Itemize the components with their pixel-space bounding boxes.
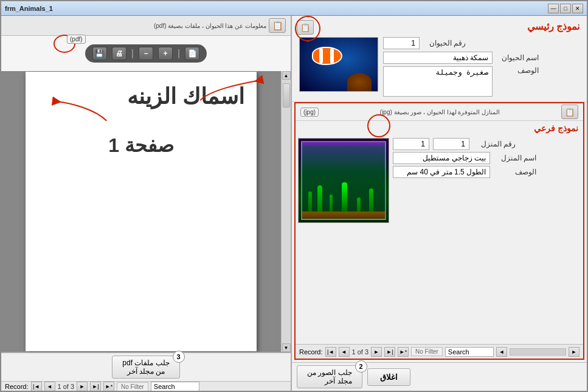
main-export-icon: 📋 — [300, 23, 310, 32]
pdf-annotation-label: (pdf) — [67, 35, 86, 44]
sub-scroll-left[interactable]: ◄ — [496, 347, 507, 357]
window-title: frm_Animals_1 — [5, 5, 53, 12]
sub-field-input-id2[interactable] — [433, 138, 469, 150]
no-filter-badge-left: No Filter — [117, 382, 148, 391]
sub-field-row-name: اسم المنزل — [393, 152, 581, 164]
title-bar-buttons: — □ ✕ — [548, 4, 583, 13]
field-row-name: اسم الحيوان — [383, 52, 579, 64]
pdf-page-number: صفحة 1 — [108, 134, 174, 157]
record-prev-left[interactable]: ◄ — [44, 382, 55, 391]
title-bar: frm_Animals_1 — □ ✕ — [1, 1, 587, 16]
sub-field-input-name[interactable] — [393, 152, 490, 164]
fish-body — [312, 47, 342, 65]
pdf-divider: | — [131, 48, 134, 59]
sub-scroll-right[interactable]: ► — [569, 347, 579, 357]
sub-form-content: رقم المنزل اسم المنزل الوصف — [296, 136, 583, 344]
fish-image-area: 📋 — [299, 37, 378, 92]
sub-export-button[interactable]: 📋 — [561, 105, 578, 119]
left-bottom: جلب ملفات pdf من مجلد آخر 3 Record: |◄ ◄… — [1, 352, 291, 391]
field-input-id[interactable] — [383, 37, 420, 49]
aquarium-glass — [301, 141, 386, 220]
close-button[interactable]: ✕ — [572, 4, 583, 13]
images-btn-line1: جلب الصور من — [307, 368, 352, 377]
sub-form-header: 📋 المنازل المتوفرة لهذا الحيوان ، صور بص… — [296, 103, 583, 121]
sub-no-filter-badge: No Filter — [411, 347, 443, 356]
record-first-left[interactable]: |◄ — [31, 382, 42, 391]
pdf-print-button[interactable]: 🖨 — [112, 47, 126, 60]
pdf-count-badge: 3 — [173, 351, 185, 363]
images-fetch-button[interactable]: جلب الصور من مجلد آخر — [297, 365, 362, 388]
field-row-desc: الوصف صغيرة وجميلة — [383, 66, 579, 97]
record-position-left: 1 of 3 — [58, 383, 75, 390]
search-input-right[interactable] — [445, 347, 494, 357]
pdf-zoom-out-button[interactable]: − — [139, 47, 153, 60]
sub-scrollbar-track[interactable] — [510, 348, 566, 356]
scroll-thumb[interactable] — [283, 83, 290, 108]
left-record-bar: Record: |◄ ◄ 1 of 3 ► ►| ►* No Filter — [1, 381, 291, 391]
record-label-left: Record: — [5, 383, 29, 390]
content-area: معلومات عن هذا الحيوان ، ملفات بصيغة (pd… — [1, 16, 587, 391]
record-next-left[interactable]: ► — [77, 382, 88, 391]
fish-image — [299, 37, 378, 92]
pdf-toolbar: معلومات عن هذا الحيوان ، ملفات بصيغة (pd… — [1, 16, 291, 36]
scroll-down-arrow[interactable]: ▼ — [282, 343, 291, 352]
sub-field-row-id: رقم المنزل — [393, 138, 581, 150]
aquarium-gravel — [302, 211, 385, 219]
scroll-up-arrow[interactable]: ▲ — [282, 71, 291, 80]
pdf-zoom-in-button[interactable]: + — [158, 47, 173, 60]
pdf-fetch-btn-container: جلب ملفات pdf من مجلد آخر 3 — [112, 356, 179, 379]
pdf-viewer: اسماك الزينه صفحة 1 — [1, 71, 281, 352]
close-button-main[interactable]: اغلاق — [367, 368, 410, 386]
images-fetch-btn-container: جلب الصور من مجلد آخر 2 — [297, 365, 362, 388]
sub-form-label: المنازل المتوفرة لهذا الحيوان ، صور بصيغ… — [380, 109, 500, 115]
sub-field-input-id1[interactable] — [393, 138, 429, 150]
field-row-id: رقم الحيوان — [383, 37, 579, 49]
sub-form: 📋 المنازل المتوفرة لهذا الحيوان ، صور بص… — [294, 102, 584, 360]
field-label-desc: الوصف — [496, 66, 539, 75]
pdf-save-button[interactable]: 💾 — [92, 47, 107, 60]
main-form-title: نموذج رئيسي — [299, 21, 579, 32]
sub-record-bar: Record: |◄ ◄ 1 of 3 ► ►| ►* No Filter ◄ … — [296, 344, 583, 359]
search-input-left[interactable] — [151, 382, 199, 391]
sub-record-first[interactable]: |◄ — [325, 347, 336, 357]
sub-record-next[interactable]: ► — [371, 347, 382, 357]
sub-record-prev[interactable]: ◄ — [339, 347, 350, 357]
sub-record-new[interactable]: ►* — [398, 347, 409, 357]
fish-anemone — [347, 73, 372, 91]
aquarium-image-area — [298, 138, 389, 342]
pdf-export-icon: 📋 — [272, 21, 283, 30]
main-form-fields: رقم الحيوان اسم الحيوان الوصف صغيرة وجمي… — [383, 37, 579, 97]
sub-record-label: Record: — [299, 348, 323, 356]
sub-record-last[interactable]: ►| — [384, 347, 395, 357]
pdf-doc-button[interactable]: 📄 — [185, 47, 199, 60]
fish-stripe-2 — [330, 48, 334, 64]
main-export-button[interactable]: 📋 — [297, 20, 314, 35]
field-label-name: اسم الحيوان — [496, 53, 539, 62]
minimize-button[interactable]: — — [548, 4, 559, 13]
pdf-label: معلومات عن هذا الحيوان ، ملفات بصيغة (pd… — [6, 22, 266, 29]
field-textarea-desc[interactable]: صغيرة وجميلة — [383, 66, 493, 97]
left-scrollbar[interactable]: ▲ ▼ — [281, 71, 291, 352]
record-new-left[interactable]: ►* — [103, 382, 114, 391]
main-export-area: 📋 — [297, 20, 314, 35]
maximize-button[interactable]: □ — [560, 4, 571, 13]
sub-form-fields: رقم المنزل اسم المنزل الوصف — [393, 138, 581, 342]
sub-field-label-desc: الوصف — [494, 168, 536, 176]
sub-field-input-desc[interactable] — [393, 166, 490, 178]
pdf-fetch-button[interactable]: جلب ملفات pdf من مجلد آخر — [112, 356, 179, 379]
fish-stripe-1 — [319, 48, 323, 64]
aquarium-light — [302, 142, 385, 147]
right-panel: نموذج رئيسي رقم الحيوان اسم الحيوان — [292, 16, 587, 391]
images-btn-line2: مجلد آخر — [307, 377, 352, 385]
pdf-controls: 💾 🖨 | − + | 📄 — [85, 44, 207, 63]
field-input-name[interactable] — [383, 52, 493, 64]
main-form: نموذج رئيسي رقم الحيوان اسم الحيوان — [292, 16, 587, 102]
sub-form-title: نموذج فرعي — [296, 121, 583, 136]
sub-field-label-id: رقم المنزل — [473, 140, 516, 148]
pdf-divider2: | — [178, 48, 180, 59]
jpg-annotation-label: (jpg) — [300, 108, 319, 117]
pdf-export-button[interactable]: 📋 — [269, 18, 286, 33]
left-bottom-buttons: جلب ملفات pdf من مجلد آخر 3 — [1, 353, 291, 381]
pdf-page: اسماك الزينه صفحة 1 — [26, 72, 257, 351]
record-last-left[interactable]: ►| — [90, 382, 101, 391]
